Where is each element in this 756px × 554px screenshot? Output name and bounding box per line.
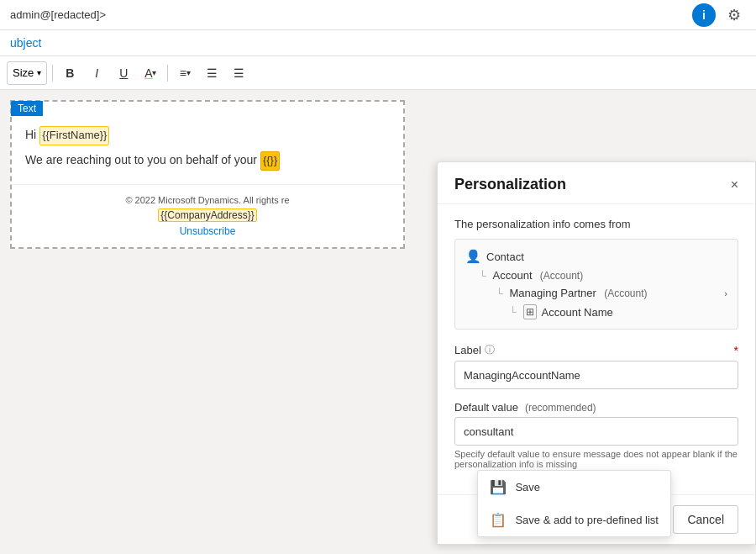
bullet-list-button[interactable]: ☰ xyxy=(200,61,223,85)
grid-icon: ⊞ xyxy=(523,304,537,319)
save-icon: 💾 xyxy=(490,479,507,495)
required-mark: * xyxy=(734,344,738,357)
recommended-label: (recommended) xyxy=(525,402,596,414)
default-value-input[interactable] xyxy=(454,417,738,446)
align-button[interactable]: ≡ ▾ xyxy=(173,61,197,85)
subject-bar: ubject xyxy=(0,30,756,56)
panel-close-button[interactable]: × xyxy=(731,178,738,192)
email-content-area: Text Hi {{FirstName}} We are reaching ou… xyxy=(0,90,756,550)
personalization-tree: 👤 Contact └ Account (Account) └ Managing… xyxy=(454,239,738,330)
email-line2: We are reaching out to you on behalf of … xyxy=(25,150,390,171)
tree-item-managing-partner[interactable]: └ Managing Partner (Account) › xyxy=(462,284,731,302)
subject-label: ubject xyxy=(10,36,41,50)
email-footer: © 2022 Microsoft Dynamics. All rights re… xyxy=(12,184,403,247)
label-field-label: Label ⓘ * xyxy=(454,343,738,357)
default-value-field-group: Default value (recommended) Specify defa… xyxy=(454,401,738,469)
default-value-label: Default value (recommended) xyxy=(454,401,738,414)
gear-icon[interactable]: ⚙ xyxy=(722,3,746,27)
save-dropdown: 💾 Save 📋 Save & add to pre-defined list xyxy=(477,470,671,537)
tree-item-account-name[interactable]: └ ⊞ Account Name xyxy=(462,302,731,322)
firstname-placeholder: {{FirstName}} xyxy=(39,126,109,145)
person-icon: 👤 xyxy=(465,249,481,264)
panel-body: The personalization info comes from 👤 Co… xyxy=(438,204,755,494)
tree-line-icon: └ xyxy=(479,270,486,282)
font-color-button[interactable]: A ▾ xyxy=(139,61,162,85)
align-chevron-icon: ▾ xyxy=(186,68,191,77)
panel-title: Personalization xyxy=(454,176,566,193)
section-label: The personalization info comes from xyxy=(454,218,738,230)
personalization-panel: Personalization × The personalization in… xyxy=(437,161,756,545)
tree-line-icon-2: └ xyxy=(496,288,503,299)
email-line1: Hi {{FirstName}} xyxy=(25,125,390,145)
italic-button[interactable]: I xyxy=(85,61,108,85)
default-value-hint: Specify default value to ensure message … xyxy=(454,449,738,469)
font-size-dropdown[interactable]: Size ▾ xyxy=(7,61,47,85)
tree-item-account[interactable]: └ Account (Account) xyxy=(462,266,731,284)
top-bar-icons: i ⚙ xyxy=(692,3,746,27)
info-icon[interactable]: i xyxy=(692,3,716,27)
save-list-icon: 📋 xyxy=(490,512,507,528)
save-dropdown-item-save[interactable]: 💾 Save xyxy=(478,471,670,504)
toolbar: Size ▾ B I U A ▾ ≡ ▾ ☰ ☰ xyxy=(0,56,756,90)
color-chevron-icon: ▾ xyxy=(152,68,156,77)
block-label: Text xyxy=(11,101,43,116)
label-input[interactable] xyxy=(454,361,738,389)
dropdown-chevron-icon: ▾ xyxy=(37,68,41,77)
cancel-button[interactable]: Cancel xyxy=(673,505,738,534)
save-dropdown-item-save-predefined[interactable]: 📋 Save & add to pre-defined list xyxy=(478,504,670,536)
tree-line-icon-3: └ xyxy=(509,306,517,318)
chevron-right-icon: › xyxy=(724,288,727,298)
numbered-list-button[interactable]: ☰ xyxy=(227,61,250,85)
email-block: Text Hi {{FirstName}} We are reaching ou… xyxy=(10,100,405,249)
info-circle-icon: ⓘ xyxy=(485,343,495,357)
email-body: Hi {{FirstName}} We are reaching out to … xyxy=(12,102,403,184)
underline-button[interactable]: U xyxy=(112,61,135,85)
email-address: admin@[redacted]> xyxy=(10,8,106,21)
empty-placeholder: {{}} xyxy=(260,151,280,171)
label-field-group: Label ⓘ * xyxy=(454,343,738,389)
top-bar: admin@[redacted]> i ⚙ xyxy=(0,0,756,30)
bold-button[interactable]: B xyxy=(58,61,81,85)
company-address-placeholder: {{CompanyAddress}} xyxy=(158,208,256,222)
toolbar-separator xyxy=(52,65,53,82)
unsubscribe-link[interactable]: Unsubscribe xyxy=(180,225,236,237)
tree-item-contact[interactable]: 👤 Contact xyxy=(462,246,731,266)
toolbar-separator-2 xyxy=(167,65,168,82)
panel-header: Personalization × xyxy=(438,162,755,204)
